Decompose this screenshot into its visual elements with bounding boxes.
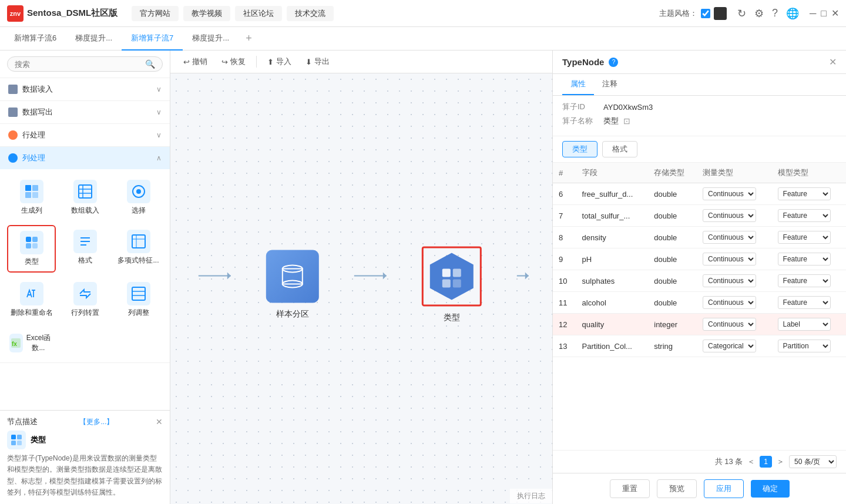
globe-icon[interactable]: 🌐 bbox=[786, 7, 799, 20]
search-input[interactable] bbox=[15, 60, 145, 69]
close-button[interactable]: ✕ bbox=[831, 8, 839, 19]
canvas-content[interactable]: winequality 样本分区 bbox=[170, 73, 552, 503]
maximize-button[interactable]: □ bbox=[821, 8, 827, 19]
cell-measure[interactable]: ContinuousCategoricalFlagOrdinal bbox=[697, 227, 772, 248]
tab-2[interactable]: 新增算子流7 bbox=[122, 27, 183, 51]
cell-measure[interactable]: ContinuousCategoricalFlagOrdinal bbox=[697, 314, 772, 335]
node-item-type[interactable]: 类型 bbox=[7, 225, 56, 273]
import-button[interactable]: ⬆ 导入 bbox=[261, 54, 297, 69]
cell-model[interactable]: FeatureLabelPartitionNone bbox=[772, 270, 846, 292]
panel-tab-properties[interactable]: 属性 bbox=[562, 74, 594, 95]
sub-tab-type[interactable]: 类型 bbox=[562, 141, 597, 157]
cell-measure[interactable]: ContinuousCategoricalFlagOrdinal bbox=[697, 335, 772, 357]
node-item-col-adjust[interactable]: 列调整 bbox=[114, 277, 163, 322]
node-item-poly[interactable]: 多项式特征... bbox=[114, 225, 163, 273]
model-select[interactable]: FeatureLabelPartitionNone bbox=[778, 209, 831, 222]
nav-btn-community[interactable]: 社区论坛 bbox=[235, 6, 282, 21]
nav-btn-official[interactable]: 官方网站 bbox=[132, 6, 179, 21]
tab-add-button[interactable]: + bbox=[239, 32, 259, 45]
poly-label: 多项式特征... bbox=[118, 256, 159, 266]
pagination-prev[interactable]: ＜ bbox=[747, 456, 755, 467]
table-row[interactable]: 6free_sulfur_d...doubleContinuousCategor… bbox=[553, 183, 846, 205]
flow-node-partition[interactable]: 样本分区 bbox=[266, 250, 319, 320]
tab-3[interactable]: 梯度提升... bbox=[183, 27, 239, 51]
cell-model[interactable]: FeatureLabelPartitionNone bbox=[772, 335, 846, 357]
table-row[interactable]: 8densitydoubleContinuousCategoricalFlagO… bbox=[553, 227, 846, 248]
node-desc-more[interactable]: 【更多...】 bbox=[79, 417, 113, 427]
nav-btn-tutorial[interactable]: 教学视频 bbox=[183, 6, 230, 21]
help-icon[interactable]: ? bbox=[772, 7, 778, 19]
model-select[interactable]: FeatureLabelPartitionNone bbox=[778, 318, 831, 331]
model-select[interactable]: FeatureLabelPartitionNone bbox=[778, 340, 831, 352]
cell-storage: double bbox=[648, 227, 697, 248]
table-row[interactable]: 9pHdoubleContinuousCategoricalFlagOrdina… bbox=[553, 248, 846, 270]
model-select[interactable]: FeatureLabelPartitionNone bbox=[778, 231, 831, 244]
panel-tab-notes[interactable]: 注释 bbox=[594, 74, 626, 95]
cell-model[interactable]: FeatureLabelPartitionNone bbox=[772, 227, 846, 248]
tab-0[interactable]: 新增算子流6 bbox=[5, 27, 66, 51]
pagination-page-1[interactable]: 1 bbox=[760, 456, 772, 468]
model-select[interactable]: FeatureLabelPartitionNone bbox=[778, 274, 831, 287]
sidebar-group-header-data-read[interactable]: 数据读入 ∨ bbox=[0, 78, 170, 100]
table-row[interactable]: 13Partition_Col...stringContinuousCatego… bbox=[553, 335, 846, 357]
panel-close-button[interactable]: ✕ bbox=[829, 56, 837, 68]
table-row[interactable]: 11alcoholdoubleContinuousCategoricalFlag… bbox=[553, 292, 846, 314]
preview-button[interactable]: 预览 bbox=[657, 479, 697, 498]
node-item-array-load[interactable]: 数组载入 bbox=[61, 175, 109, 220]
model-select[interactable]: FeatureLabelPartitionNone bbox=[778, 296, 831, 309]
tab-1[interactable]: 梯度提升... bbox=[66, 27, 122, 51]
confirm-button[interactable]: 确定 bbox=[751, 480, 790, 498]
measure-select[interactable]: ContinuousCategoricalFlagOrdinal bbox=[703, 340, 756, 352]
node-item-excel[interactable]: fx Excel函数... bbox=[7, 328, 54, 358]
measure-select[interactable]: ContinuousCategoricalFlagOrdinal bbox=[703, 231, 756, 244]
col-adjust-icon bbox=[127, 282, 150, 305]
measure-select[interactable]: ContinuousCategoricalFlagOrdinal bbox=[703, 187, 756, 200]
cell-model[interactable]: FeatureLabelPartitionNone bbox=[772, 292, 846, 314]
node-desc-close[interactable]: ✕ bbox=[156, 417, 163, 426]
model-select[interactable]: FeatureLabelPartitionNone bbox=[778, 253, 831, 266]
refresh-icon[interactable]: ↻ bbox=[737, 7, 746, 20]
cell-model[interactable]: FeatureLabelPartitionNone bbox=[772, 248, 846, 270]
measure-select[interactable]: ContinuousCategoricalFlagOrdinal bbox=[703, 274, 756, 287]
minimize-button[interactable]: ─ bbox=[810, 8, 816, 19]
cell-measure[interactable]: ContinuousCategoricalFlagOrdinal bbox=[697, 248, 772, 270]
measure-select[interactable]: ContinuousCategoricalFlagOrdinal bbox=[703, 253, 756, 266]
sidebar-group-header-data-write[interactable]: 数据写出 ∨ bbox=[0, 101, 170, 123]
table-row[interactable]: 12qualityintegerContinuousCategoricalFla… bbox=[553, 314, 846, 335]
sidebar-group-header-row[interactable]: 行处理 ∨ bbox=[0, 124, 170, 146]
node-item-select[interactable]: 选择 bbox=[114, 175, 163, 220]
cell-measure[interactable]: ContinuousCategoricalFlagOrdinal bbox=[697, 292, 772, 314]
reset-button[interactable]: 重置 bbox=[610, 479, 650, 498]
pagination-next[interactable]: ＞ bbox=[777, 456, 784, 467]
cell-model[interactable]: FeatureLabelPartitionNone bbox=[772, 205, 846, 227]
cell-measure[interactable]: ContinuousCategoricalFlagOrdinal bbox=[697, 205, 772, 227]
theme-checkbox[interactable] bbox=[701, 9, 710, 18]
cell-model[interactable]: FeatureLabelPartitionNone bbox=[772, 183, 846, 205]
apply-button[interactable]: 应用 bbox=[704, 479, 744, 498]
model-select[interactable]: FeatureLabelPartitionNone bbox=[778, 187, 831, 200]
node-item-rename[interactable]: 删除和重命名 bbox=[7, 277, 56, 322]
measure-select[interactable]: ContinuousCategoricalFlagOrdinal bbox=[703, 296, 756, 309]
export-button[interactable]: ⬇ 导出 bbox=[300, 54, 335, 69]
nodes-icon[interactable]: ⚙ bbox=[754, 7, 764, 20]
pagination-per-page[interactable]: 50 条/页 20 条/页 100 条/页 bbox=[789, 455, 837, 468]
algo-name-edit-icon[interactable]: ⊡ bbox=[623, 116, 630, 126]
table-row[interactable]: 10sulphatesdoubleContinuousCategoricalFl… bbox=[553, 270, 846, 292]
undo-button[interactable]: ↩ 撤销 bbox=[177, 54, 213, 69]
panel-help-button[interactable]: ? bbox=[609, 58, 618, 67]
node-item-format[interactable]: 格式 bbox=[61, 225, 109, 273]
nav-btn-tech[interactable]: 技术交流 bbox=[287, 6, 334, 21]
measure-select[interactable]: ContinuousCategoricalFlagOrdinal bbox=[703, 209, 756, 222]
cell-model[interactable]: FeatureLabelPartitionNone bbox=[772, 314, 846, 335]
node-item-transpose[interactable]: 行列转置 bbox=[61, 277, 109, 322]
redo-button[interactable]: ↪ 恢复 bbox=[216, 54, 251, 69]
flow-node-type[interactable]: 类型 bbox=[422, 247, 482, 323]
node-item-gen-col[interactable]: 生成列 bbox=[7, 175, 56, 220]
sidebar-group-header-col[interactable]: 列处理 ∧ bbox=[0, 147, 170, 169]
theme-dark-swatch[interactable] bbox=[714, 7, 727, 20]
table-row[interactable]: 7total_sulfur_...doubleContinuousCategor… bbox=[553, 205, 846, 227]
measure-select[interactable]: ContinuousCategoricalFlagOrdinal bbox=[703, 318, 756, 331]
sub-tab-format[interactable]: 格式 bbox=[602, 141, 637, 157]
cell-measure[interactable]: ContinuousCategoricalFlagOrdinal bbox=[697, 183, 772, 205]
cell-measure[interactable]: ContinuousCategoricalFlagOrdinal bbox=[697, 270, 772, 292]
